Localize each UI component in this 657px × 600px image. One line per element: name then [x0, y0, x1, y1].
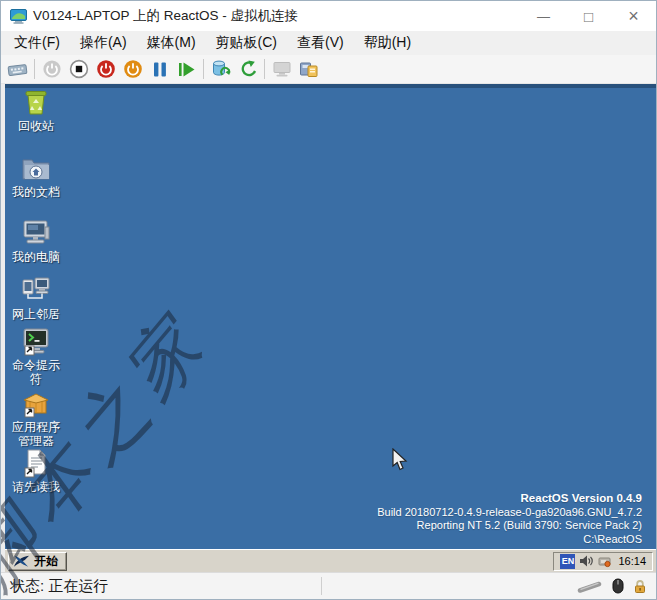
vmconnect-window: V0124-LAPTOP 上的 ReactOS - 虚拟机连接 — □ × 文件…	[0, 0, 657, 600]
shut-down-icon	[96, 59, 116, 79]
toolbar-separator	[203, 59, 204, 79]
taskbar-clock[interactable]: 16:14	[616, 555, 646, 567]
desktop-top-shadow	[5, 84, 656, 88]
reactos-logo-icon	[13, 554, 30, 568]
share-icon	[299, 60, 319, 78]
desktop-icon-readme[interactable]: 请先读我	[7, 447, 65, 495]
desktop-icon-my-computer[interactable]: 我的电脑	[7, 217, 65, 265]
desktop-icon-my-documents[interactable]: 我的文档	[7, 152, 65, 200]
statusbar-icons	[577, 578, 647, 594]
menu-media[interactable]: 媒体(M)	[137, 31, 206, 55]
close-button[interactable]: ×	[611, 1, 656, 31]
version-line: Build 20180712-0.4.9-release-0-ga920a96.…	[377, 506, 642, 520]
hardware-tray-icon[interactable]	[598, 555, 612, 568]
vm-status-text: 状态: 正在运行	[10, 577, 108, 596]
reset-button[interactable]	[173, 57, 200, 82]
reactos-version-info: ReactOS Version 0.4.9 Build 20180712-0.4…	[377, 492, 642, 546]
window-controls: — □ ×	[521, 1, 656, 31]
maximize-button[interactable]: □	[566, 1, 611, 31]
network-places-icon	[20, 274, 52, 306]
minimize-button[interactable]: —	[521, 1, 566, 31]
start-icon	[42, 59, 62, 79]
ctrl-alt-del-icon	[7, 62, 29, 77]
enhanced-session-icon	[272, 61, 292, 78]
desktop-icon-label: 命令提示符	[7, 359, 65, 387]
version-line: Reporting NT 5.2 (Build 3790: Service Pa…	[377, 519, 642, 533]
reactos-taskbar[interactable]: 开始 EN 16:14	[5, 549, 656, 572]
revert-button[interactable]	[234, 57, 261, 82]
revert-icon	[238, 59, 258, 79]
desktop-icon-network-places[interactable]: 网上邻居	[7, 274, 65, 322]
menu-view[interactable]: 查看(V)	[287, 31, 354, 55]
menu-clipboard[interactable]: 剪贴板(C)	[206, 31, 287, 55]
version-line: C:\ReactOS	[377, 533, 642, 547]
desktop-icon-label: 网上邻居	[12, 308, 60, 322]
desktop-icon-label: 请先读我	[12, 481, 60, 495]
language-indicator[interactable]: EN	[560, 554, 575, 569]
application-manager-icon	[20, 387, 52, 419]
start-button-label: 开始	[34, 553, 58, 570]
system-tray: EN 16:14	[553, 552, 653, 571]
desktop-icon-label: 回收站	[18, 120, 54, 134]
zoom-tool-icon	[577, 580, 603, 593]
start-button[interactable]: 开始	[8, 552, 67, 571]
speaker-icon[interactable]	[579, 554, 594, 568]
save-icon	[123, 59, 143, 79]
command-prompt-icon	[20, 325, 52, 357]
title-bar: V0124-LAPTOP 上的 ReactOS - 虚拟机连接 — □ ×	[1, 1, 656, 31]
status-bar: 状态: 正在运行	[1, 572, 656, 599]
menu-action[interactable]: 操作(A)	[70, 31, 137, 55]
desktop-icon-application-manager[interactable]: 应用程序管理器	[7, 387, 65, 449]
reactos-screen: 回收站 我的文档	[5, 84, 656, 572]
mouse-capture-icon	[612, 578, 624, 594]
my-documents-icon	[20, 152, 52, 184]
checkpoint-icon	[211, 59, 231, 79]
share-button[interactable]	[295, 57, 322, 82]
hyperv-app-icon	[10, 9, 27, 24]
shut-down-button[interactable]	[92, 57, 119, 82]
checkpoint-button[interactable]	[207, 57, 234, 82]
desktop-icon-command-prompt[interactable]: 命令提示符	[7, 325, 65, 387]
turn-off-icon	[69, 59, 89, 79]
pause-icon	[152, 61, 168, 78]
vm-display-area: 回收站 我的文档	[1, 84, 656, 572]
menu-bar: 文件(F) 操作(A) 媒体(M) 剪贴板(C) 查看(V) 帮助(H)	[1, 31, 656, 55]
desktop-icon-recycle-bin[interactable]: 回收站	[7, 86, 65, 134]
save-vm-button[interactable]	[119, 57, 146, 82]
mouse-cursor	[391, 448, 408, 472]
desktop-icon-label: 应用程序管理器	[7, 421, 65, 449]
toolbar-separator	[34, 59, 35, 79]
lock-icon	[633, 579, 647, 594]
toolbar	[1, 55, 656, 84]
reactos-desktop[interactable]: 回收站 我的文档	[5, 84, 656, 549]
version-line: ReactOS Version 0.4.9	[377, 492, 642, 506]
enhanced-session-button[interactable]	[268, 57, 295, 82]
menu-file[interactable]: 文件(F)	[4, 31, 70, 55]
desktop-icon-label: 我的文档	[12, 186, 60, 200]
recycle-bin-icon	[20, 86, 52, 118]
ctrl-alt-del-button[interactable]	[4, 57, 31, 82]
my-computer-icon	[20, 217, 52, 249]
reset-icon	[177, 61, 196, 78]
menu-help[interactable]: 帮助(H)	[354, 31, 421, 55]
desktop-icon-label: 我的电脑	[12, 251, 60, 265]
readme-icon	[20, 447, 52, 479]
pause-button[interactable]	[146, 57, 173, 82]
turn-off-button[interactable]	[65, 57, 92, 82]
toolbar-separator	[264, 59, 265, 79]
statusbar-separator	[321, 577, 322, 595]
window-title: V0124-LAPTOP 上的 ReactOS - 虚拟机连接	[33, 7, 298, 25]
start-vm-button[interactable]	[38, 57, 65, 82]
